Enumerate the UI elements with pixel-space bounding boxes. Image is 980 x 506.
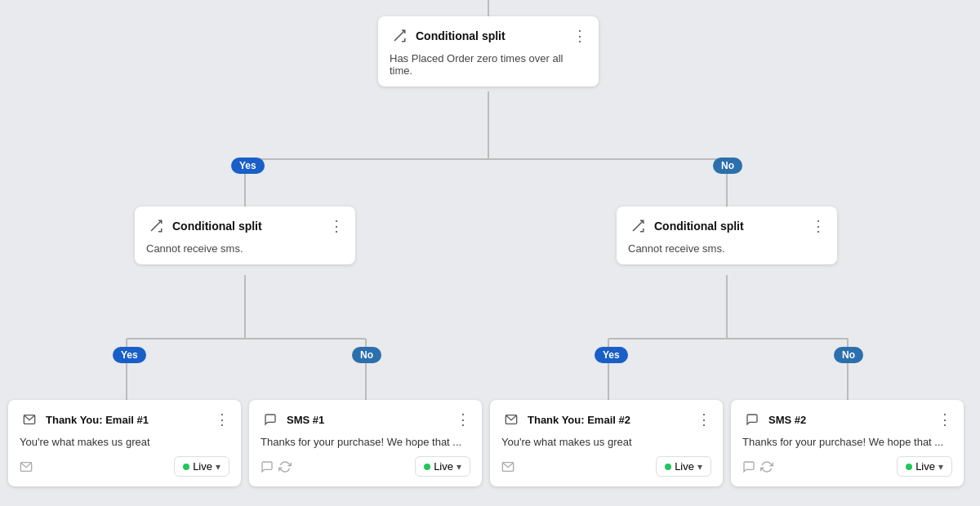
right-card-title-group: Conditional split (628, 216, 744, 236)
sms2-title: SMS #2 (768, 414, 806, 426)
top-card-title: Conditional split (416, 29, 506, 42)
email1-header: Thank You: Email #1 ⋮ (20, 410, 229, 429)
workflow-canvas: Yes No Yes No Yes No Conditional split ⋮… (0, 0, 980, 506)
sms1-menu[interactable]: ⋮ (456, 412, 470, 427)
email2-header: Thank You: Email #2 ⋮ (501, 410, 711, 429)
email-card-2: Thank You: Email #2 ⋮ You're what makes … (490, 400, 723, 486)
top-card-header: Conditional split ⋮ (390, 26, 587, 46)
email2-body: You're what makes us great (501, 436, 711, 448)
badge-yes-right-child: Yes (595, 347, 628, 363)
left-card-menu[interactable]: ⋮ (329, 219, 344, 233)
badge-no-right-child: No (834, 347, 863, 363)
sms-card-1: SMS #1 ⋮ Thanks for your purchase! We ho… (249, 400, 482, 486)
email1-live-label: Live (193, 460, 212, 473)
sms-icon-2 (742, 410, 762, 429)
badge-no-left-child: No (352, 347, 381, 363)
sms2-menu[interactable]: ⋮ (938, 412, 952, 427)
left-split-icon (146, 216, 166, 236)
email2-live-button[interactable]: Live ▾ (656, 456, 711, 477)
sms2-title-group: SMS #2 (742, 410, 806, 429)
email1-title: Thank You: Email #1 (46, 414, 149, 426)
right-card-title: Conditional split (654, 220, 744, 233)
right-conditional-split-card: Conditional split ⋮ Cannot receive sms. (617, 206, 837, 264)
badge-yes-left-child: Yes (113, 347, 146, 363)
left-card-description: Cannot receive sms. (146, 242, 344, 255)
sms1-header: SMS #1 ⋮ (261, 410, 470, 429)
left-card-title-group: Conditional split (146, 216, 262, 236)
top-card-description: Has Placed Order zero times over all tim… (390, 52, 587, 77)
left-card-header: Conditional split ⋮ (146, 216, 344, 236)
sms2-live-button[interactable]: Live ▾ (897, 456, 952, 477)
sms1-title: SMS #1 (287, 414, 324, 426)
email2-title-group: Thank You: Email #2 (501, 410, 630, 429)
email-icon-2 (501, 410, 521, 429)
sms2-footer: Live ▾ (742, 456, 952, 477)
right-split-icon (628, 216, 648, 236)
sms1-live-button[interactable]: Live ▾ (415, 456, 470, 477)
sms2-header: SMS #2 ⋮ (742, 410, 952, 429)
sms1-live-dot (424, 464, 430, 470)
top-card-menu[interactable]: ⋮ (572, 29, 587, 43)
email2-menu[interactable]: ⋮ (697, 412, 711, 427)
email-card-1: Thank You: Email #1 ⋮ You're what makes … (8, 400, 241, 486)
badge-yes-left: Yes (231, 158, 265, 174)
email2-title: Thank You: Email #2 (528, 414, 630, 426)
sms2-chevron: ▾ (938, 461, 943, 473)
email1-body: You're what makes us great (20, 436, 229, 448)
email1-footer: Live ▾ (20, 456, 229, 477)
left-card-title: Conditional split (172, 220, 262, 233)
split-icon (390, 26, 409, 46)
top-card-title-group: Conditional split (390, 26, 506, 46)
left-conditional-split-card: Conditional split ⋮ Cannot receive sms. (135, 206, 355, 264)
right-card-header: Conditional split ⋮ (628, 216, 826, 236)
email1-live-dot (183, 464, 189, 470)
email1-menu[interactable]: ⋮ (215, 412, 229, 427)
sms2-body: Thanks for your purchase! We hope that .… (742, 436, 952, 448)
right-card-menu[interactable]: ⋮ (811, 219, 826, 233)
email2-footer: Live ▾ (501, 456, 711, 477)
email1-footer-icons (20, 460, 33, 473)
email1-chevron: ▾ (216, 461, 220, 473)
sms1-body: Thanks for your purchase! We hope that .… (261, 436, 470, 448)
sms1-footer-icons (261, 460, 292, 473)
email2-footer-icons (501, 460, 514, 473)
email2-live-label: Live (675, 460, 694, 473)
email2-chevron: ▾ (697, 461, 702, 473)
sms1-chevron: ▾ (457, 461, 461, 473)
sms1-footer: Live ▾ (261, 456, 470, 477)
sms-card-2: SMS #2 ⋮ Thanks for your purchase! We ho… (731, 400, 964, 486)
top-conditional-split-card: Conditional split ⋮ Has Placed Order zer… (378, 16, 599, 87)
badge-no-right: No (713, 158, 742, 174)
sms2-footer-icons (742, 460, 773, 473)
sms2-live-dot (906, 464, 912, 470)
right-card-description: Cannot receive sms. (628, 242, 826, 255)
sms1-title-group: SMS #1 (261, 410, 324, 429)
sms2-live-label: Live (915, 460, 935, 473)
email2-live-dot (665, 464, 671, 470)
email-icon-1 (20, 410, 39, 429)
email1-live-button[interactable]: Live ▾ (174, 456, 229, 477)
sms-icon-1 (261, 410, 280, 429)
sms1-live-label: Live (434, 460, 453, 473)
email1-title-group: Thank You: Email #1 (20, 410, 149, 429)
